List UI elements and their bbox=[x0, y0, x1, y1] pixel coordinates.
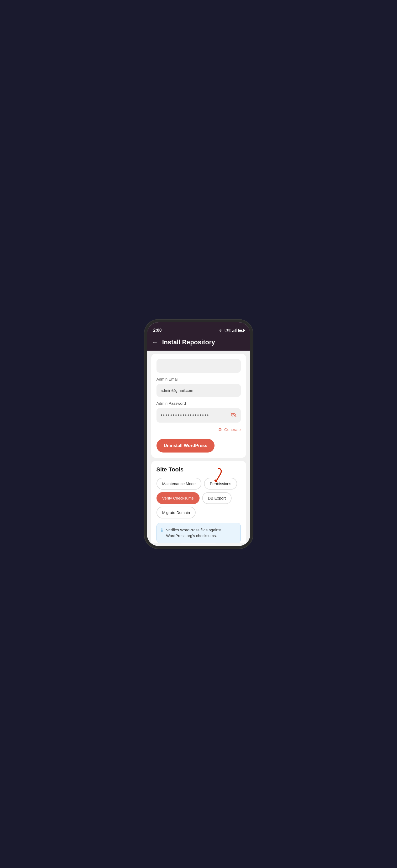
top-input-stub bbox=[156, 359, 241, 373]
status-icons: LTE bbox=[218, 328, 244, 332]
info-box: ℹ Verifies WordPress files against WordP… bbox=[156, 523, 241, 543]
permissions-button[interactable]: Permissions bbox=[204, 478, 237, 490]
wifi-icon bbox=[218, 329, 223, 332]
gear-icon: ⚙ bbox=[218, 427, 222, 433]
status-bar: 2:00 LTE bbox=[147, 322, 250, 335]
tools-grid: Maintenance Mode Permissions Verify Chec… bbox=[156, 478, 241, 519]
admin-email-field[interactable]: admin@gmail.com bbox=[156, 384, 241, 397]
admin-email-label: Admin Email bbox=[156, 377, 241, 381]
home-indicator bbox=[181, 542, 216, 544]
site-tools-title: Site Tools bbox=[156, 466, 241, 473]
admin-password-field[interactable]: •••••••••••••••••••• bbox=[156, 408, 241, 423]
signal-icon bbox=[233, 329, 237, 332]
maintenance-mode-button[interactable]: Maintenance Mode bbox=[156, 478, 202, 490]
phone-frame: 2:00 LTE ← Install Repository bbox=[147, 322, 250, 546]
status-time: 2:00 bbox=[153, 328, 162, 333]
app-header: ← Install Repository bbox=[147, 335, 250, 351]
scroll-content: Admin Email admin@gmail.com Admin Passwo… bbox=[147, 351, 250, 543]
admin-password-label: Admin Password bbox=[156, 401, 241, 405]
wordpress-form-card: Admin Email admin@gmail.com Admin Passwo… bbox=[151, 354, 246, 458]
back-button[interactable]: ← bbox=[152, 339, 158, 345]
info-icon: ℹ bbox=[161, 527, 163, 534]
verify-checksums-button[interactable]: Verify Checksums bbox=[156, 492, 200, 504]
page-title: Install Repository bbox=[162, 339, 215, 346]
uninstall-button[interactable]: Uninstall WordPress bbox=[156, 439, 215, 453]
info-text: Verifies WordPress files against WordPre… bbox=[166, 527, 236, 539]
toggle-password-icon[interactable] bbox=[230, 412, 237, 418]
generate-row[interactable]: ⚙ Generate bbox=[156, 427, 241, 433]
db-export-button[interactable]: DB Export bbox=[202, 492, 232, 504]
migrate-domain-button[interactable]: Migrate Domain bbox=[156, 507, 196, 519]
svg-rect-3 bbox=[236, 329, 237, 332]
admin-email-value: admin@gmail.com bbox=[161, 388, 193, 393]
battery-icon bbox=[238, 329, 244, 332]
svg-rect-1 bbox=[234, 330, 234, 332]
password-dots: •••••••••••••••••••• bbox=[161, 412, 210, 418]
svg-rect-2 bbox=[235, 329, 236, 332]
lte-label: LTE bbox=[224, 328, 231, 332]
svg-rect-0 bbox=[233, 331, 233, 332]
generate-label: Generate bbox=[224, 427, 241, 432]
site-tools-card: Site Tools Maintenance Mode Permissions … bbox=[151, 461, 246, 543]
